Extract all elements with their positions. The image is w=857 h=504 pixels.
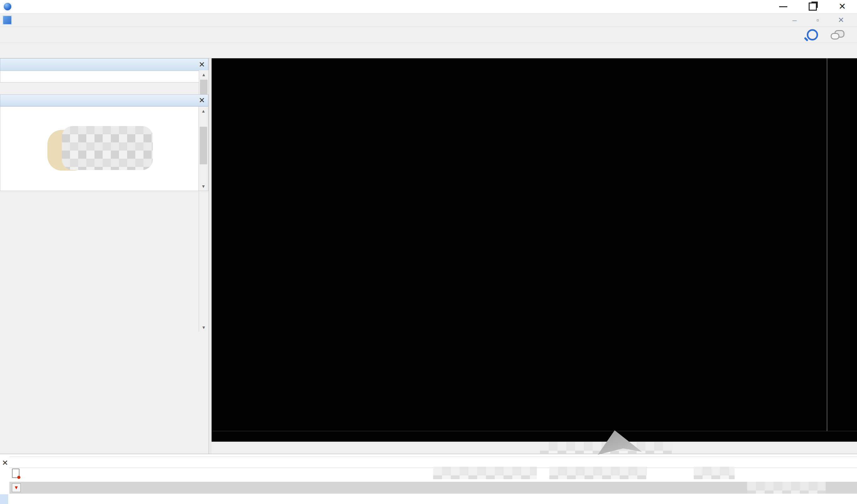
restore-button[interactable]	[798, 0, 827, 13]
market-watch-tabs	[0, 83, 208, 94]
navigator-tabs	[0, 191, 208, 203]
chart-tab-bar	[212, 441, 857, 454]
scroll-down-icon[interactable]: ▼	[199, 182, 208, 191]
minimize-icon	[779, 6, 787, 7]
terminal-corner-accent	[0, 494, 8, 504]
navigator-titlebar: ✕	[0, 94, 208, 106]
mdi-child-icon	[2, 15, 12, 25]
restore-icon	[809, 2, 817, 11]
chart-plot-area[interactable]	[212, 58, 827, 431]
drawing-toolbar	[0, 43, 857, 58]
app-logo-icon	[3, 2, 12, 11]
terminal-panel: ✕ ▼	[0, 454, 857, 504]
market-watch-titlebar: ✕	[0, 58, 208, 71]
search-icon[interactable]	[807, 29, 818, 40]
privacy-blur	[47, 130, 88, 171]
scroll-down-icon[interactable]: ▼	[199, 323, 208, 332]
menu-bar: – ▫ ✕	[0, 14, 857, 27]
privacy-blur	[62, 126, 153, 170]
scroll-up-icon[interactable]: ▲	[199, 70, 208, 79]
chat-icon[interactable]	[830, 30, 844, 39]
navigator-tree: ▲ ▼	[0, 106, 208, 191]
price-axis[interactable]	[827, 58, 857, 431]
privacy-blur	[549, 467, 647, 479]
chart-window[interactable]	[212, 58, 857, 441]
terminal-balance-row: ▼	[10, 482, 857, 494]
mt4-application-window: ✕ – ▫ ✕ ✕ ▲ ▼ ✕	[0, 0, 857, 504]
chart-restore-button[interactable]: ▫	[806, 16, 829, 24]
navigator-close-icon[interactable]: ✕	[199, 96, 205, 105]
navigator-scrollbar[interactable]: ▲ ▼	[198, 107, 208, 191]
scroll-thumb[interactable]	[200, 127, 207, 164]
order-doc-icon	[12, 469, 19, 478]
privacy-blur	[433, 467, 537, 479]
privacy-blur	[694, 467, 735, 479]
close-button[interactable]: ✕	[827, 0, 857, 13]
market-watch-close-icon[interactable]: ✕	[199, 60, 205, 69]
main-toolbar	[0, 27, 857, 43]
close-icon: ✕	[839, 2, 846, 11]
chart-minimize-button[interactable]: –	[783, 16, 806, 24]
terminal-close-icon[interactable]: ✕	[2, 458, 8, 467]
terminal-header-row	[10, 457, 857, 468]
left-panel: ✕ ▲ ▼ ✕ ▲ ▼	[0, 58, 208, 454]
title-bar: ✕	[0, 0, 857, 14]
minimize-button[interactable]	[769, 0, 798, 13]
market-watch-header	[0, 71, 208, 83]
scroll-up-icon[interactable]: ▲	[199, 107, 208, 116]
time-axis[interactable]	[212, 431, 857, 442]
balance-arrow-icon: ▼	[12, 483, 21, 492]
privacy-blur	[747, 482, 826, 494]
chart-close-button[interactable]: ✕	[829, 16, 853, 24]
